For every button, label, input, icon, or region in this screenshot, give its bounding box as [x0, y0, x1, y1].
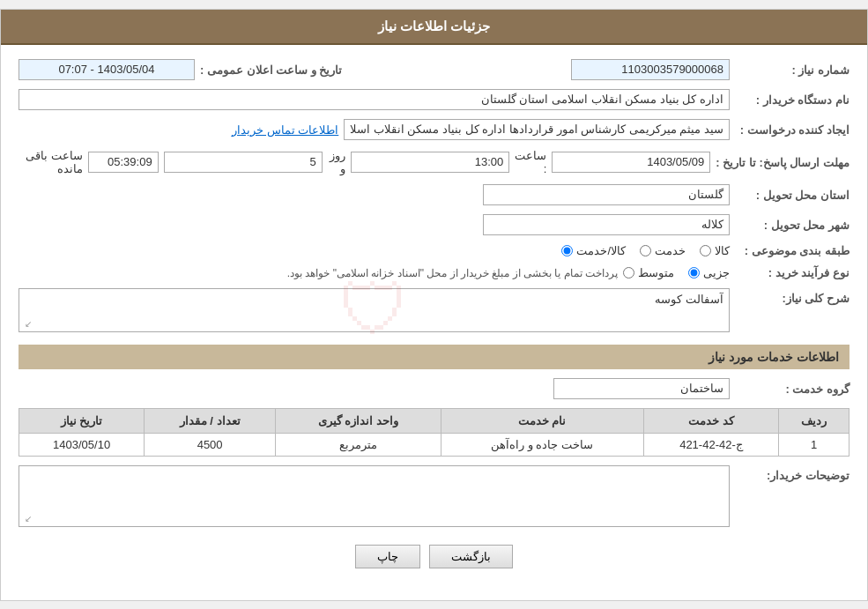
- buyer-org-value: اداره کل بنیاد مسکن انقلاب اسلامی استان …: [19, 89, 730, 110]
- resize-handle: ↙: [21, 319, 32, 330]
- table-header-row: ردیف کد خدمت نام خدمت واحد اندازه گیری ت…: [19, 409, 849, 434]
- service-group-label: گروه خدمت :: [735, 382, 849, 396]
- creator-label: ایجاد کننده درخواست :: [735, 123, 849, 137]
- deadline-remaining: 05:39:09: [88, 152, 159, 173]
- category-row: طبقه بندی موضوعی : کالا خدمت کالا/خدمت: [19, 244, 849, 257]
- cell-row-num: 1: [779, 434, 849, 457]
- purchase-type-note: پرداخت تمام یا بخشی از مبلغ خریدار از مح…: [287, 267, 618, 279]
- deadline-remaining-label: ساعت باقی مانده: [19, 149, 83, 175]
- buyer-notes-row: توضیحات خریدار: ↙: [19, 465, 849, 527]
- creator-row: ایجاد کننده درخواست : سید میثم میرکریمی …: [19, 119, 849, 140]
- buyer-notes-resize: ↙: [21, 514, 32, 524]
- category-khedmat-label: خدمت: [655, 244, 686, 257]
- category-kala-radio[interactable]: [700, 245, 711, 256]
- deadline-day-label: روز و: [328, 149, 346, 175]
- province-row: استان محل تحویل : گلستان: [19, 184, 849, 205]
- col-quantity: تعداد / مقدار: [145, 409, 276, 434]
- deadline-time-label: ساعت :: [515, 149, 546, 175]
- deadline-label: مهلت ارسال پاسخ: تا تاریخ :: [716, 156, 849, 169]
- category-kala-khedmat-label: کالا/خدمت: [576, 244, 626, 257]
- buyer-notes-box: ↙: [19, 465, 730, 527]
- back-button[interactable]: بازگشت: [429, 545, 513, 568]
- deadline-days: 5: [164, 152, 323, 173]
- col-row-num: ردیف: [779, 409, 849, 434]
- publish-date-label: تاریخ و ساعت اعلان عمومی :: [200, 63, 342, 77]
- main-container: جزئیات اطلاعات نیاز شماره نیاز : 1103003…: [0, 9, 868, 601]
- buttons-row: بازگشت چاپ: [19, 545, 849, 586]
- buyer-org-row: نام دستگاه خریدار : اداره کل بنیاد مسکن …: [19, 89, 849, 110]
- deadline-date: 1403/05/09: [552, 152, 710, 173]
- publish-date-value: 1403/05/04 - 07:07: [19, 59, 195, 80]
- service-group-row: گروه خدمت : ساختمان: [19, 378, 849, 399]
- purchase-type-jozi-radio[interactable]: [688, 267, 700, 279]
- col-date: تاریخ نیاز: [19, 409, 145, 434]
- deadline-row: مهلت ارسال پاسخ: تا تاریخ : 1403/05/09 س…: [19, 149, 849, 175]
- description-box: آسفالت کوسه 🛡 ↙: [19, 288, 730, 332]
- col-service-code: کد خدمت: [643, 409, 779, 434]
- category-khedmat-item: خدمت: [640, 244, 686, 257]
- page-title: جزئیات اطلاعات نیاز: [378, 19, 490, 33]
- cell-unit: مترمربع: [275, 434, 441, 457]
- purchase-type-jozi-label: جزیی: [703, 266, 730, 279]
- category-kala-label: کالا: [715, 244, 730, 257]
- cell-date: 1403/05/10: [19, 434, 145, 457]
- cell-service-code: ج-42-42-421: [643, 434, 779, 457]
- province-label: استان محل تحویل :: [735, 189, 849, 202]
- creator-contact-link[interactable]: اطلاعات تماس خریدار: [232, 123, 338, 137]
- city-label: شهر محل تحویل :: [735, 219, 849, 232]
- city-row: شهر محل تحویل : کلاله: [19, 214, 849, 235]
- description-row: شرح کلی نیاز: آسفالت کوسه 🛡 ↙: [19, 288, 849, 332]
- description-label: شرح کلی نیاز:: [735, 292, 849, 305]
- services-table: ردیف کد خدمت نام خدمت واحد اندازه گیری ت…: [19, 408, 849, 457]
- need-number-value: 1103003579000068: [571, 59, 730, 80]
- buyer-org-label: نام دستگاه خریدار :: [735, 93, 849, 107]
- purchase-type-label: نوع فرآیند خرید :: [735, 266, 849, 279]
- purchase-type-jozi-item: جزیی: [688, 266, 730, 279]
- category-khedmat-radio[interactable]: [640, 245, 651, 256]
- deadline-time: 13:00: [351, 152, 509, 173]
- description-value: آسفالت کوسه: [655, 293, 723, 306]
- province-value: گلستان: [483, 184, 730, 205]
- need-number-row: شماره نیاز : 1103003579000068 تاریخ و سا…: [19, 59, 849, 80]
- category-label: طبقه بندی موضوعی :: [735, 244, 849, 257]
- cell-service-name: ساخت جاده و راه‌آهن: [441, 434, 643, 457]
- purchase-type-radio-group: جزیی متوسط: [623, 266, 730, 279]
- city-value: کلاله: [483, 214, 730, 235]
- buyer-notes-label: توضیحات خریدار:: [735, 469, 849, 482]
- service-group-value: ساختمان: [553, 378, 730, 399]
- col-unit: واحد اندازه گیری: [275, 409, 441, 434]
- purchase-type-motawaset-radio[interactable]: [623, 267, 634, 279]
- category-kala-item: کالا: [700, 244, 730, 257]
- creator-value: سید میثم میرکریمی کارشناس امور قراردادها…: [344, 119, 730, 140]
- watermark-shield: 🛡: [339, 270, 410, 351]
- category-radio-group: کالا خدمت کالا/خدمت: [561, 244, 730, 257]
- services-section-title: اطلاعات خدمات مورد نیاز: [19, 345, 849, 369]
- need-number-label: شماره نیاز :: [735, 63, 849, 77]
- category-kala-khedmat-item: کالا/خدمت: [561, 244, 626, 257]
- col-service-name: نام خدمت: [441, 409, 643, 434]
- content-area: شماره نیاز : 1103003579000068 تاریخ و سا…: [1, 45, 867, 600]
- page-header: جزئیات اطلاعات نیاز: [1, 10, 867, 45]
- purchase-type-row: نوع فرآیند خرید : جزیی متوسط پرداخت تمام…: [19, 266, 849, 279]
- purchase-type-motawaset-item: متوسط: [623, 266, 674, 279]
- cell-quantity: 4500: [145, 434, 276, 457]
- print-button[interactable]: چاپ: [355, 545, 420, 568]
- purchase-type-motawaset-label: متوسط: [638, 266, 674, 279]
- table-row: 1 ج-42-42-421 ساخت جاده و راه‌آهن مترمرب…: [19, 434, 849, 457]
- category-kala-khedmat-radio[interactable]: [561, 245, 573, 256]
